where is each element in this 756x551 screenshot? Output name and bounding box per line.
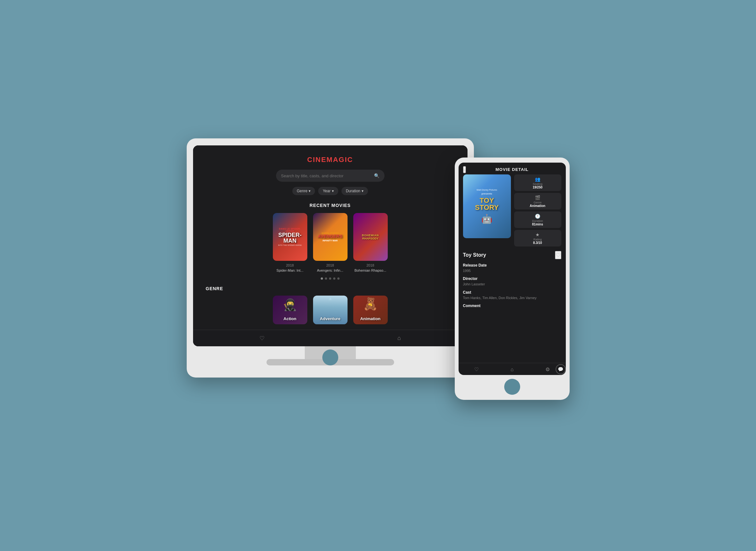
detail-stats: 👥 Seating 19/250 🎬 Genre Animation � (514, 174, 561, 246)
director-field: Director John Lasseter (463, 277, 561, 287)
search-input[interactable] (281, 173, 374, 178)
genre-card-adventure[interactable]: 🏔️ Adventure (313, 296, 347, 324)
clock-icon: 🕐 (535, 214, 540, 219)
search-bar[interactable]: 🔍 (276, 170, 385, 182)
tablet-favorites-icon[interactable]: ♡ (474, 366, 479, 373)
chevron-down-icon: ▾ (361, 189, 363, 193)
filter-row: Genre ▾ Year ▾ Duration ▾ (292, 187, 368, 195)
recent-movies-title: RECENT MOVIES (309, 203, 351, 208)
movies-row: DANS LE SPIDER-VERSE SPIDER-MAN INTO THE… (273, 213, 388, 272)
tablet-device: ‹ MOVIE DETAIL Walt Disney Pictures pres… (455, 157, 570, 400)
tablet-home-button[interactable] (504, 379, 520, 395)
desktop-app: CINEMAGIC 🔍 Genre ▾ Year ▾ (193, 145, 468, 346)
release-date-field: Release Date 1995 (463, 263, 561, 273)
chat-bubble-button[interactable]: 💬 (556, 364, 566, 374)
genre-card-animation[interactable]: 🧸 Animation (353, 296, 388, 324)
movie-name-bohemian: Bohemian Rhapso... (354, 268, 387, 272)
star-icon: ★ (535, 232, 540, 237)
movie-year-avengers: 2018 (326, 263, 334, 267)
desktop-monitor: CINEMAGIC 🔍 Genre ▾ Year ▾ (187, 138, 474, 378)
scene: CINEMAGIC 🔍 Genre ▾ Year ▾ (187, 138, 570, 413)
duration-stat-label: Duration (532, 219, 543, 222)
genre-label-action: Action (283, 316, 296, 321)
seating-stat: 👥 Seating 19/250 (514, 174, 561, 191)
carousel-dots (321, 278, 339, 280)
dot-2[interactable] (325, 278, 327, 280)
seating-label: Seating (533, 182, 542, 185)
duration-stat-value: 81mins (532, 222, 543, 226)
movie-poster-bohemian: BOHEMIAN RHAPSODY (353, 213, 388, 261)
tablet-page-title: MOVIE DETAIL (496, 167, 528, 172)
comment-label: Comment (463, 304, 561, 308)
monitor-screen: CINEMAGIC 🔍 Genre ▾ Year ▾ (193, 145, 468, 346)
movie-card-bohemian[interactable]: BOHEMIAN RHAPSODY 2018 Bohemian Rhapso..… (353, 213, 388, 272)
director-value: John Lasseter (463, 282, 561, 287)
tablet-content: Walt Disney Pictures presents TOY STORY … (459, 174, 566, 363)
movie-card-spiderman[interactable]: DANS LE SPIDER-VERSE SPIDER-MAN INTO THE… (273, 213, 307, 272)
genre-stat: 🎬 Genre Animation (514, 193, 561, 209)
cast-value: Tom Hanks, Tim Allen, Don Rickles, Jim V… (463, 296, 561, 301)
movie-detail-top: Walt Disney Pictures presents TOY STORY … (463, 174, 561, 246)
genre-section-title: GENRE (206, 286, 223, 291)
tablet-screen: ‹ MOVIE DETAIL Walt Disney Pictures pres… (459, 163, 566, 375)
film-icon: 🎬 (535, 195, 540, 200)
movie-card-avengers[interactable]: MARVEL STUDIOS AVENGERS INFINITY WAR 201… (313, 213, 347, 272)
rating-stat: ★ Rating 8.3/10 (514, 230, 561, 246)
dot-5[interactable] (337, 278, 339, 280)
genre-card-action[interactable]: 🥷 Action (273, 296, 307, 324)
dot-3[interactable] (329, 278, 331, 280)
genre-label-animation: Animation (360, 316, 381, 321)
movie-year-bohemian: 2018 (366, 263, 374, 267)
cast-label: Cast (463, 290, 561, 295)
dot-1[interactable] (321, 278, 323, 280)
genre-filter-button[interactable]: Genre ▾ (292, 187, 315, 195)
chat-icon: 💬 (558, 367, 563, 372)
movie-name-avengers: Avengers: Infin... (317, 268, 343, 272)
app-title: CINEMAGIC (307, 156, 353, 164)
desktop-bottom-nav: ♡ ⌂ (193, 330, 468, 346)
movie-poster-spiderman: DANS LE SPIDER-VERSE SPIDER-MAN INTO THE… (273, 213, 307, 261)
cast-field: Cast Tom Hanks, Tim Allen, Don Rickles, … (463, 290, 561, 301)
genre-label-adventure: Adventure (320, 316, 340, 321)
movie-year-spiderman: 2018 (286, 263, 294, 267)
desktop-home-icon[interactable]: ⌂ (397, 335, 401, 342)
rating-stat-value: 8.3/10 (533, 241, 542, 244)
release-date-value: 1995 (463, 268, 561, 273)
tablet-bottom-nav: ♡ ⌂ ⚙ (459, 363, 566, 375)
favorite-button[interactable]: ♡ (555, 251, 561, 259)
comment-field: Comment (463, 304, 561, 309)
chevron-down-icon: ▾ (332, 189, 334, 193)
tablet-settings-icon[interactable]: ⚙ (545, 366, 550, 373)
movie-name-spiderman: Spider-Man: Int... (276, 268, 303, 272)
tablet-home-icon[interactable]: ⌂ (511, 367, 514, 373)
desktop-favorites-icon[interactable]: ♡ (259, 335, 265, 342)
movie-detail-title: Toy Story (463, 252, 486, 258)
chevron-down-icon: ▾ (309, 189, 310, 193)
back-button[interactable]: ‹ (463, 166, 466, 173)
monitor-power-button (322, 350, 338, 366)
genre-stat-value: Animation (530, 204, 545, 207)
seating-value: 19/250 (533, 185, 542, 189)
duration-filter-button[interactable]: Duration ▾ (341, 187, 368, 195)
search-icon: 🔍 (374, 173, 380, 178)
director-label: Director (463, 277, 561, 281)
genre-stat-label: Genre (534, 201, 542, 204)
genre-row: 🥷 Action 🏔️ Adventure (273, 296, 388, 324)
tablet-header: ‹ MOVIE DETAIL (459, 163, 566, 174)
rating-stat-label: Rating (533, 238, 542, 241)
dot-4[interactable] (333, 278, 335, 280)
people-icon: 👥 (535, 177, 540, 182)
detail-poster: Walt Disney Pictures presents TOY STORY … (463, 174, 511, 238)
year-filter-button[interactable]: Year ▾ (318, 187, 338, 195)
release-date-label: Release Date (463, 263, 561, 267)
movie-poster-avengers: MARVEL STUDIOS AVENGERS INFINITY WAR (313, 213, 347, 261)
duration-stat: 🕐 Duration 81mins (514, 211, 561, 228)
movie-title-row: Toy Story ♡ (463, 251, 561, 259)
